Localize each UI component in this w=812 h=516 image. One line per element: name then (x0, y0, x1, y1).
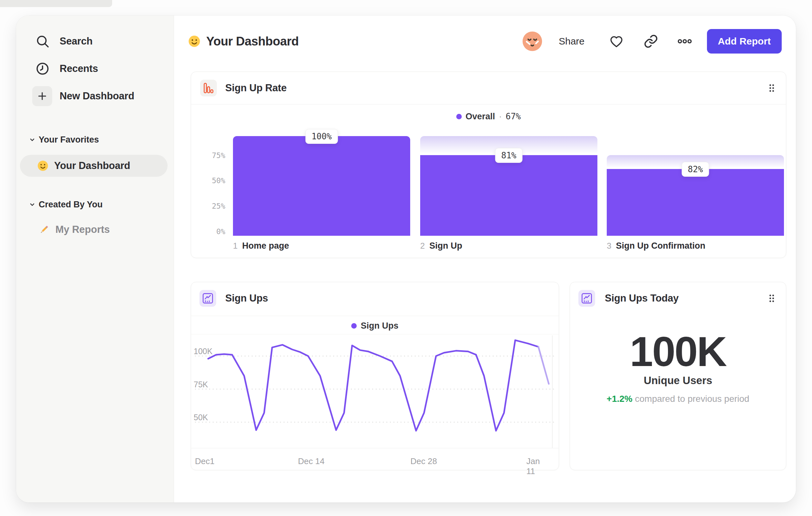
sidebar-item-new-dashboard[interactable]: New Dashboard (16, 85, 174, 107)
app-window: Search Recents New Dashboard Your Favori… (16, 16, 796, 503)
legend-value: 67% (505, 112, 521, 121)
sidebar-item-recents[interactable]: Recents (16, 57, 174, 80)
sidebar-section-label: Your Favorites (39, 135, 99, 145)
kpi-metric-label: Unique Users (570, 374, 786, 387)
chevron-down-icon (28, 136, 36, 143)
pencil-emoji-icon (38, 224, 50, 236)
ellipsis-icon (677, 33, 692, 49)
divider (191, 104, 786, 105)
funnel-bar-sign-up[interactable]: 81% (420, 136, 598, 236)
plus-icon (32, 86, 52, 106)
funnel-bar-home-page[interactable]: 100% (233, 136, 410, 236)
kpi-delta-badge: +1.2% (607, 394, 633, 404)
step-label: Home page (242, 241, 289, 251)
x-axis-tick: Jan 11 (526, 456, 548, 476)
chevron-down-icon (28, 200, 36, 208)
share-button[interactable]: Share (554, 31, 590, 52)
link-icon (643, 34, 658, 49)
funnel-bar-solid (420, 155, 598, 236)
sidebar-item-label: Your Dashboard (54, 160, 130, 171)
sidebar-item-your-dashboard[interactable]: Your Dashboard (20, 155, 168, 177)
sidebar-item-label: Recents (60, 63, 98, 75)
sidebar: Search Recents New Dashboard Your Favori… (16, 16, 174, 503)
y-axis-tick: 25% (201, 202, 225, 210)
line-series-incomplete-period (539, 347, 549, 384)
legend-dot (456, 114, 462, 119)
sidebar-item-label: My Reports (55, 224, 110, 236)
avatar (522, 31, 543, 52)
sidebar-item-label: Search (60, 35, 92, 47)
y-axis-tick: 0% (201, 227, 225, 236)
y-axis-tick: 75% (201, 151, 225, 160)
heart-icon (609, 33, 624, 49)
card-title: Sign Ups Today (605, 282, 678, 315)
kpi-value: 100K (570, 327, 786, 376)
legend-separator: · (499, 112, 502, 121)
x-axis-line (191, 448, 559, 448)
step-label: Sign Up Confirmation (616, 241, 705, 251)
funnel-tooltip: 82% (682, 162, 709, 177)
drag-handle-icon[interactable] (765, 80, 779, 96)
bar-chart-icon (200, 80, 217, 97)
line-series-sign-ups (208, 340, 539, 431)
x-axis-label: 1 Home page (233, 241, 289, 251)
add-report-button[interactable]: Add Report (707, 29, 782, 54)
sidebar-section-label: Created By You (39, 200, 103, 210)
search-icon (34, 33, 51, 50)
clock-icon (34, 60, 51, 77)
more-options-button[interactable] (674, 31, 695, 52)
legend-overall[interactable]: Overall · 67% (191, 108, 786, 125)
funnel-bar-sign-up-confirmation[interactable]: 82% (607, 136, 784, 236)
funnel-bar-solid (607, 169, 784, 236)
smiley-emoji-icon (37, 160, 49, 172)
line-chart-icon (578, 290, 595, 307)
smiley-emoji-icon (187, 34, 201, 48)
card-sign-ups-today: Sign Ups Today 100K Unique Users +1.2% c… (570, 282, 786, 470)
kpi-delta-note: compared to previous period (635, 394, 750, 404)
kpi-delta-row: +1.2% compared to previous period (570, 394, 786, 404)
favorite-heart-button[interactable] (606, 31, 627, 52)
background-window-edge (0, 0, 112, 7)
x-axis-tick: Dec 28 (410, 456, 437, 466)
card-sign-up-rate: Sign Up Rate Overall · 67% 75% 50% 25% 0… (191, 72, 786, 258)
funnel-bar-solid (233, 136, 410, 236)
copy-link-button[interactable] (640, 31, 662, 52)
card-sign-ups: Sign Ups Sign Ups 100K 75K 50K Dec1 Dec … (191, 282, 559, 470)
card-title: Sign Up Rate (225, 72, 287, 104)
x-axis-tick: Dec 14 (298, 456, 324, 466)
drag-handle-icon[interactable] (765, 291, 779, 306)
page-header: Your Dashboard (187, 29, 299, 54)
sidebar-section-created-by-you[interactable]: Created By You (16, 197, 174, 212)
funnel-tooltip: 100% (306, 129, 338, 144)
sidebar-section-your-favorites[interactable]: Your Favorites (16, 133, 174, 147)
legend-label: Overall (466, 112, 495, 121)
funnel-tooltip: 81% (495, 148, 523, 163)
sidebar-item-label: New Dashboard (60, 90, 134, 102)
sign-ups-line-chart[interactable] (191, 282, 559, 470)
user-avatar[interactable] (522, 31, 543, 52)
x-axis-label: 3 Sign Up Confirmation (607, 241, 705, 251)
page-title: Your Dashboard (206, 34, 299, 48)
sidebar-item-search[interactable]: Search (16, 30, 174, 53)
step-number: 1 (233, 241, 237, 251)
step-label: Sign Up (429, 241, 462, 251)
y-axis-tick: 50% (201, 176, 225, 185)
step-number: 3 (607, 241, 611, 251)
step-number: 2 (420, 241, 425, 251)
sidebar-item-my-reports[interactable]: My Reports (16, 219, 174, 241)
x-axis-label: 2 Sign Up (420, 241, 462, 251)
x-axis-tick: Dec1 (195, 456, 214, 466)
